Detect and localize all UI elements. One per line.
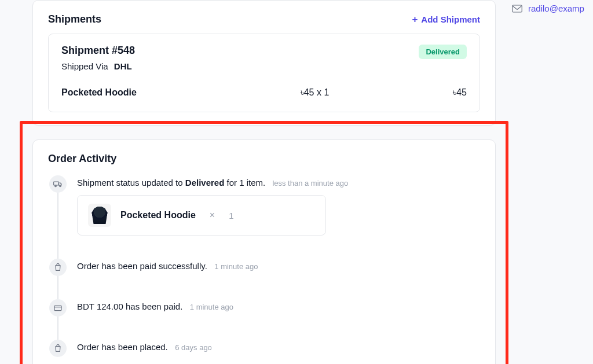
shipment-item-name: Pocketed Hoodie	[61, 87, 244, 98]
shipments-title: Shipments	[48, 13, 101, 25]
activity-time: 1 minute ago	[190, 303, 233, 311]
shipments-card: Shipments + Add Shipment Shipment #548 S…	[32, 0, 496, 126]
product-name: Pocketed Hoodie	[120, 210, 196, 220]
add-shipment-label: Add Shipment	[421, 14, 480, 24]
shipment-carrier: DHL	[114, 61, 132, 71]
plus-icon: +	[412, 14, 418, 24]
shipment-via-label: Shipped Via	[61, 61, 108, 71]
bag-icon	[49, 259, 67, 276]
activity-text: BDT 124.00 has been paid.	[77, 302, 182, 311]
product-thumb	[88, 204, 111, 227]
svg-point-2	[60, 185, 61, 187]
product-separator-icon: ×	[210, 210, 215, 220]
order-activity-card: Order Activity Shipment status updated t…	[32, 139, 496, 364]
shipment-box: Shipment #548 Shipped Via DHL Delivered …	[48, 34, 480, 112]
activity-item: Shipment status updated to Delivered for…	[49, 175, 480, 236]
customer-email-link[interactable]: radilo@examp	[512, 3, 584, 13]
activity-item: Order has been paid successfully. 1 minu…	[49, 259, 480, 276]
hoodie-icon	[91, 207, 108, 224]
svg-rect-0	[54, 182, 59, 185]
svg-point-1	[55, 185, 57, 187]
activity-text: Order has been paid successfully.	[77, 261, 207, 271]
activity-text: Order has been placed.	[77, 342, 168, 352]
activity-time: 1 minute ago	[214, 262, 258, 271]
activity-item: Order has been placed. 6 days ago	[49, 340, 480, 357]
customer-email-text: radilo@examp	[528, 3, 584, 13]
shipment-item-total: ৳45	[386, 87, 467, 98]
shipment-title: Shipment #548	[61, 45, 135, 57]
activity-time: less than a minute ago	[272, 179, 348, 187]
activity-timeline: Shipment status updated to Delivered for…	[49, 175, 480, 357]
wallet-icon	[49, 299, 67, 317]
activity-time: 6 days ago	[175, 343, 212, 352]
svg-rect-3	[54, 306, 61, 311]
activity-item: BDT 124.00 has been paid. 1 minute ago	[49, 299, 480, 317]
truck-icon	[49, 175, 67, 193]
bag-icon	[49, 340, 67, 357]
add-shipment-button[interactable]: + Add Shipment	[412, 14, 480, 24]
mail-icon	[512, 5, 522, 13]
shipment-via: Shipped Via DHL	[61, 61, 135, 71]
product-qty: 1	[229, 211, 233, 220]
status-badge: Delivered	[419, 45, 467, 59]
activity-text: Shipment status updated to Delivered for…	[77, 178, 268, 187]
svg-rect-4	[513, 5, 522, 12]
activity-product-card: Pocketed Hoodie × 1	[77, 195, 326, 236]
shipment-item-unitqty: ৳45 x 1	[274, 87, 356, 98]
shipment-item-row: Pocketed Hoodie ৳45 x 1 ৳45	[61, 87, 467, 98]
order-activity-title: Order Activity	[48, 153, 480, 165]
